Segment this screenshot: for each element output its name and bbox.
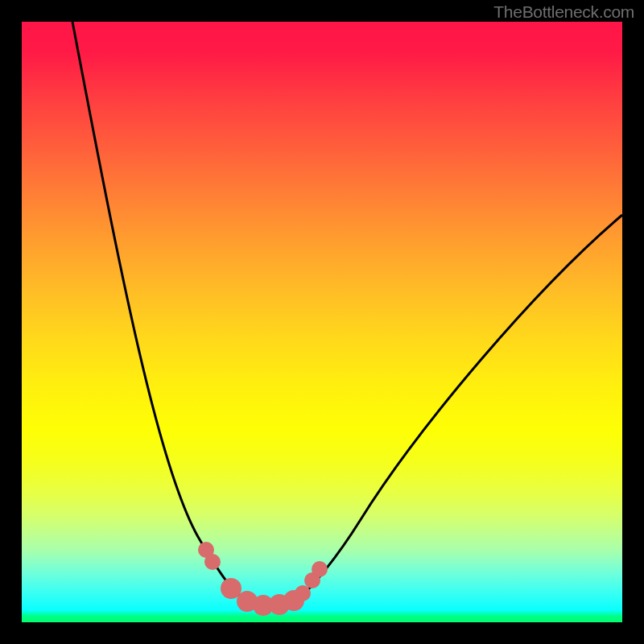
marker-dot	[204, 554, 221, 570]
curve-left	[72, 22, 249, 602]
chart-svg	[22, 22, 622, 622]
marker-dot	[312, 561, 328, 577]
curve-right	[294, 215, 622, 602]
marker-group	[198, 542, 328, 616]
marker-dot	[295, 585, 311, 601]
attribution-text: TheBottleneck.com	[493, 2, 634, 22]
